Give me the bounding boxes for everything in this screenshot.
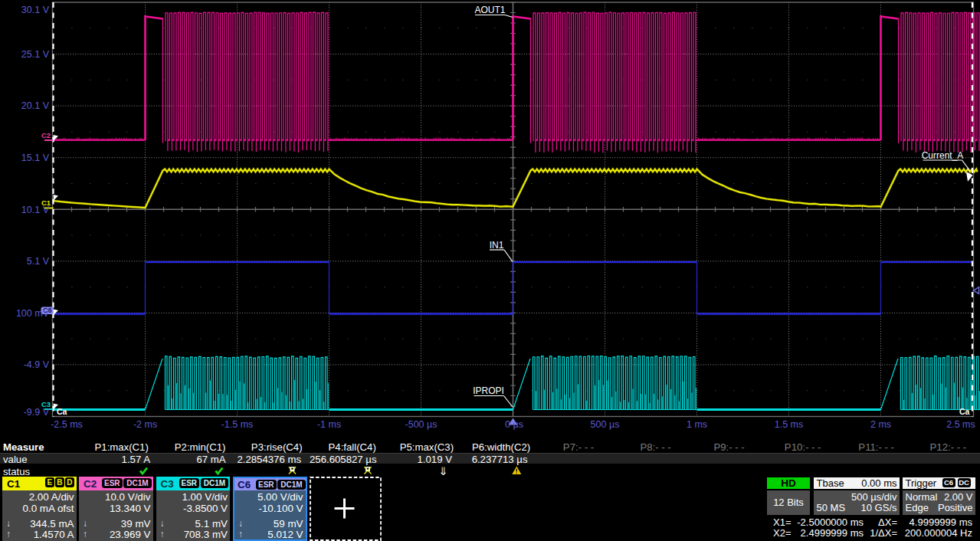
svg-text:-2.5 ms: -2.5 ms (51, 419, 83, 430)
svg-text:-500 µs: -500 µs (405, 419, 438, 430)
svg-text:IN1: IN1 (490, 240, 504, 251)
svg-text:AOUT1: AOUT1 (474, 5, 505, 15)
svg-text:⇓: ⇓ (438, 465, 447, 477)
svg-text:20.1 V: 20.1 V (21, 100, 50, 111)
svg-text:-1 ms: -1 ms (317, 419, 341, 430)
svg-text:0 µs: 0 µs (505, 419, 523, 430)
svg-text:500 µs: 500 µs (591, 419, 620, 430)
svg-text:5.1 V: 5.1 V (27, 256, 50, 267)
svg-text:25.1 V: 25.1 V (21, 49, 50, 60)
svg-text:Ca: Ca (57, 407, 67, 416)
svg-text:-9.9 V: -9.9 V (24, 407, 50, 418)
svg-text:100 mV: 100 mV (16, 308, 50, 319)
svg-text:-1.5 ms: -1.5 ms (221, 419, 254, 430)
svg-text:C2: C2 (41, 131, 51, 139)
svg-text:2.5 ms: 2.5 ms (946, 419, 975, 430)
svg-text:1.5 ms: 1.5 ms (775, 419, 804, 430)
svg-text:15.1 V: 15.1 V (21, 152, 50, 163)
svg-text:30.1 V: 30.1 V (21, 5, 50, 15)
svg-text:10.1 V: 10.1 V (21, 205, 50, 215)
svg-text:Ca: Ca (959, 407, 970, 416)
svg-text:IPROPI: IPROPI (473, 385, 504, 396)
svg-text:1 ms: 1 ms (687, 419, 707, 430)
svg-text:-2 ms: -2 ms (133, 419, 157, 430)
svg-text:Current_A: Current_A (922, 150, 964, 161)
svg-text:-4.9 V: -4.9 V (24, 359, 50, 370)
svg-text:2 ms: 2 ms (870, 419, 891, 430)
